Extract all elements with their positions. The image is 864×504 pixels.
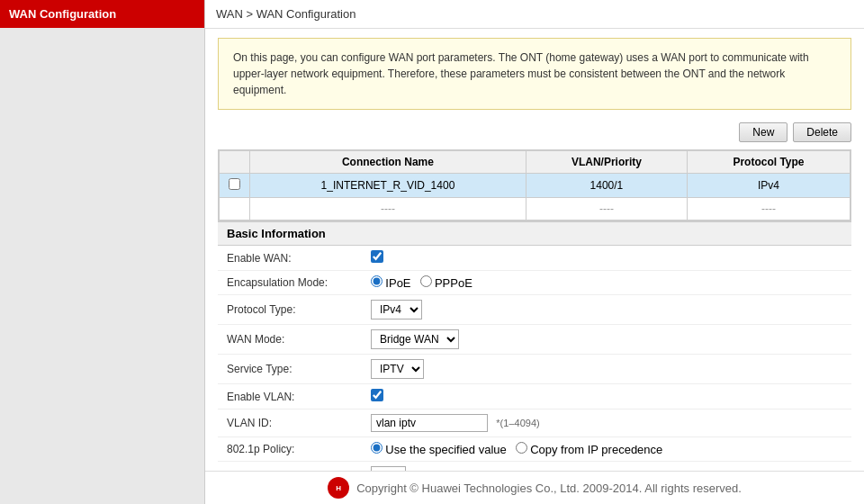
protocol-type-row: Protocol Type: IPv4 xyxy=(218,295,851,325)
toolbar: New Delete xyxy=(218,122,851,142)
service-type-row: Service Type: IPTV xyxy=(218,355,851,384)
delete-button[interactable]: Delete xyxy=(793,122,851,142)
info-box: On this page, you can configure WAN port… xyxy=(218,38,851,110)
service-type-select[interactable]: IPTV xyxy=(371,359,424,379)
vlan-priority-cell: 1400/1 xyxy=(526,174,687,198)
service-type-value: IPTV xyxy=(362,355,851,384)
encap-pppoe-radio[interactable] xyxy=(420,275,432,287)
breadcrumb: WAN > WAN Configuration xyxy=(205,0,864,29)
policy-specified-label: Use the specified value xyxy=(385,443,506,456)
vlan-id-value: *(1–4094) xyxy=(362,410,851,437)
service-type-label: Service Type: xyxy=(218,355,362,384)
col-protocol-type: Protocol Type xyxy=(687,151,850,174)
policy-802-1p-value: Use the specified value Copy from IP pre… xyxy=(362,437,851,462)
policy-802-1p-row: 802.1p Policy: Use the specified value C… xyxy=(218,437,851,462)
encapsulation-value: IPoE PPPoE xyxy=(362,271,851,295)
encap-ipoe-radio[interactable] xyxy=(371,275,382,287)
vlan-id-label: VLAN ID: xyxy=(218,410,362,437)
encapsulation-label: Encapsulation Mode: xyxy=(218,271,362,295)
encap-ipoe-label: IPoE xyxy=(385,276,410,290)
dash-1 xyxy=(220,198,250,220)
protocol-type-cell: IPv4 xyxy=(687,174,850,198)
huawei-logo: H xyxy=(328,477,349,499)
basic-info-header: Basic Information xyxy=(218,221,851,246)
table-row[interactable]: 1_INTERNET_R_VID_1400 1400/1 IPv4 xyxy=(220,174,850,198)
vlan-id-row: VLAN ID: *(1–4094) xyxy=(218,410,851,437)
protocol-type-value: IPv4 xyxy=(362,295,851,325)
dash-3: ---- xyxy=(526,198,687,220)
footer: H Copyright © Huawei Technologies Co., L… xyxy=(205,471,864,504)
wan-mode-value: Bridge WAN xyxy=(362,325,851,355)
vlan-id-hint: *(1–4094) xyxy=(496,418,539,428)
dash-row: ---- ---- ---- xyxy=(220,198,850,220)
policy-specified-radio[interactable] xyxy=(371,442,382,454)
enable-vlan-checkbox[interactable] xyxy=(371,389,383,401)
encapsulation-row: Encapsulation Mode: IPoE PPPoE xyxy=(218,271,851,295)
sidebar-title: WAN Configuration xyxy=(0,0,204,28)
row-checkbox[interactable] xyxy=(229,178,240,190)
row-checkbox-cell[interactable] xyxy=(220,174,250,198)
main-content: WAN > WAN Configuration On this page, yo… xyxy=(205,0,864,504)
val-802-1p-label: 802.1p: xyxy=(218,462,362,472)
footer-text: Copyright © Huawei Technologies Co., Ltd… xyxy=(356,482,742,495)
col-vlan-priority: VLAN/Priority xyxy=(526,151,687,174)
dash-2: ---- xyxy=(250,198,526,220)
protocol-type-select[interactable]: IPv4 xyxy=(371,300,422,320)
wan-mode-label: WAN Mode: xyxy=(218,325,362,355)
wan-mode-select[interactable]: Bridge WAN xyxy=(371,329,459,349)
enable-wan-checkbox[interactable] xyxy=(371,250,383,263)
policy-copy-label: Copy from IP precedence xyxy=(530,443,662,456)
enable-wan-row: Enable WAN: xyxy=(218,246,851,271)
protocol-type-label: Protocol Type: xyxy=(218,295,362,325)
col-checkbox xyxy=(220,151,250,174)
enable-wan-value xyxy=(362,246,851,271)
policy-copy-radio[interactable] xyxy=(516,442,527,454)
connection-name-cell: 1_INTERNET_R_VID_1400 xyxy=(250,174,526,198)
new-button[interactable]: New xyxy=(739,122,788,142)
col-connection-name: Connection Name xyxy=(250,151,526,174)
enable-vlan-label: Enable VLAN: xyxy=(218,384,362,410)
enable-vlan-value xyxy=(362,384,851,410)
vlan-id-input[interactable] xyxy=(371,414,488,432)
content-area: On this page, you can configure WAN port… xyxy=(205,29,864,471)
enable-wan-label: Enable WAN: xyxy=(218,246,362,271)
basic-info-form: Enable WAN: Encapsulation Mode: IPoE P xyxy=(218,246,851,471)
val-802-1p-value: 4 xyxy=(362,462,851,472)
connection-table: Connection Name VLAN/Priority Protocol T… xyxy=(219,150,850,220)
wan-mode-row: WAN Mode: Bridge WAN xyxy=(218,325,851,355)
sidebar: WAN Configuration xyxy=(0,0,205,504)
table-header-row: Connection Name VLAN/Priority Protocol T… xyxy=(220,151,850,174)
enable-vlan-row: Enable VLAN: xyxy=(218,384,851,410)
dash-4: ---- xyxy=(687,198,850,220)
encap-pppoe-label: PPPoE xyxy=(435,276,472,290)
val-802-1p-row: 802.1p: 4 xyxy=(218,462,851,472)
connection-table-container: Connection Name VLAN/Priority Protocol T… xyxy=(218,149,851,221)
policy-802-1p-label: 802.1p Policy: xyxy=(218,437,362,462)
